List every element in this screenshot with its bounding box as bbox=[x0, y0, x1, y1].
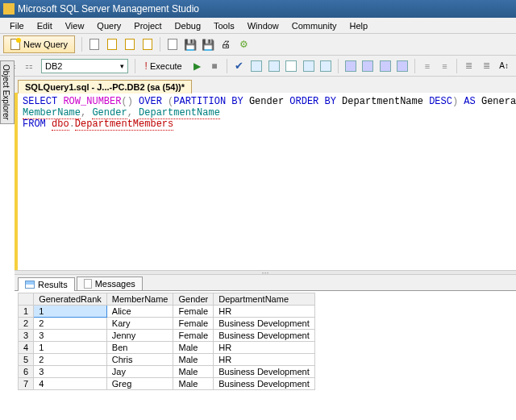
open-file-icon[interactable] bbox=[104, 36, 120, 52]
results-grid-icon[interactable] bbox=[301, 58, 317, 74]
list2-icon[interactable]: ≣ bbox=[479, 58, 495, 74]
menu-window[interactable]: Window bbox=[241, 19, 285, 32]
menu-community[interactable]: Community bbox=[285, 19, 343, 32]
parse-icon[interactable]: ✔ bbox=[231, 58, 248, 74]
object-explorer-label: Object Explorer bbox=[2, 64, 10, 120]
cell[interactable]: 4 bbox=[34, 378, 107, 390]
opt1-icon[interactable] bbox=[248, 58, 264, 74]
table-row[interactable]: 52ChrisMaleHR bbox=[19, 354, 315, 366]
opt4-icon[interactable] bbox=[395, 58, 411, 74]
open-project-icon[interactable] bbox=[122, 36, 138, 52]
save-alt-icon[interactable]: 💾 bbox=[200, 36, 216, 52]
menu-help[interactable]: Help bbox=[343, 19, 374, 32]
cell[interactable]: Male bbox=[173, 366, 214, 378]
col-departmentname[interactable]: DepartmentName bbox=[214, 293, 315, 306]
cell[interactable]: HR bbox=[214, 342, 315, 354]
cell[interactable]: HR bbox=[214, 306, 315, 318]
cell[interactable]: Female bbox=[173, 318, 214, 330]
kw-desc: DESC bbox=[429, 96, 452, 107]
cell[interactable]: Male bbox=[173, 354, 214, 366]
cell[interactable]: Business Development bbox=[214, 330, 315, 342]
cell[interactable]: HR bbox=[214, 354, 315, 366]
cell[interactable]: Chris bbox=[106, 354, 173, 366]
opt2-icon[interactable] bbox=[266, 58, 282, 74]
messages-tab[interactable]: Messages bbox=[77, 277, 143, 290]
cell[interactable]: 2 bbox=[34, 318, 107, 330]
debug-run-icon[interactable]: ▶ bbox=[189, 58, 206, 74]
cell[interactable]: Ben bbox=[106, 342, 173, 354]
results-grid[interactable]: GeneratedRank MemberName Gender Departme… bbox=[18, 293, 315, 390]
cell[interactable]: 1 bbox=[34, 306, 107, 318]
uncomment-icon[interactable] bbox=[360, 58, 377, 74]
new-file-icon[interactable] bbox=[86, 36, 102, 52]
table-row[interactable]: 63JayMaleBusiness Development bbox=[19, 366, 315, 378]
col-gender[interactable]: Gender bbox=[173, 293, 214, 306]
splitter-grip: ··· bbox=[261, 268, 268, 277]
table-row[interactable]: 22KaryFemaleBusiness Development bbox=[19, 318, 315, 330]
table-row[interactable]: 41BenMaleHR bbox=[19, 342, 315, 354]
results-file-icon[interactable] bbox=[318, 58, 334, 74]
cell[interactable]: 3 bbox=[34, 330, 107, 342]
cell[interactable]: Female bbox=[173, 330, 214, 342]
menu-edit[interactable]: Edit bbox=[31, 19, 59, 32]
menu-debug[interactable]: Debug bbox=[169, 19, 207, 32]
grid-header-row: GeneratedRank MemberName Gender Departme… bbox=[19, 293, 315, 306]
results-tab[interactable]: Results bbox=[18, 277, 75, 291]
menubar: File Edit View Query Project Debug Tools… bbox=[0, 18, 516, 34]
save-icon[interactable] bbox=[164, 36, 181, 52]
execute-button[interactable]: ! Execute bbox=[140, 59, 187, 73]
cell[interactable]: Business Development bbox=[214, 318, 315, 330]
open-folder-icon[interactable] bbox=[139, 36, 156, 52]
cell[interactable]: Alice bbox=[106, 306, 173, 318]
table-row[interactable]: 33JennyFemaleBusiness Development bbox=[19, 330, 315, 342]
menu-file[interactable]: File bbox=[3, 19, 31, 32]
list1-icon[interactable]: ≣ bbox=[461, 58, 477, 74]
results-text-icon[interactable] bbox=[283, 58, 299, 74]
cell[interactable]: Jenny bbox=[106, 330, 173, 342]
opt3-icon[interactable] bbox=[377, 58, 393, 74]
menu-tools[interactable]: Tools bbox=[207, 19, 241, 32]
txt-gender: Gender bbox=[243, 96, 290, 107]
new-query-label: New Query bbox=[23, 40, 68, 49]
cell[interactable]: Female bbox=[173, 306, 214, 318]
col-generatedrank[interactable]: GeneratedRank bbox=[34, 293, 107, 306]
stop-icon[interactable]: ■ bbox=[206, 58, 223, 74]
fn-rownumber: ROW_NUMBER bbox=[63, 96, 121, 107]
toolbar-sep6 bbox=[414, 59, 415, 73]
kw-from: FROM bbox=[23, 119, 52, 130]
document-tab[interactable]: SQLQuery1.sql - J...-PC.DB2 (sa (54))* bbox=[18, 80, 192, 94]
table-row[interactable]: 74GregMaleBusiness Development bbox=[19, 378, 315, 390]
menu-project[interactable]: Project bbox=[127, 19, 168, 32]
cell[interactable]: 3 bbox=[34, 366, 107, 378]
outdent-icon[interactable]: ≡ bbox=[419, 58, 435, 74]
toolbar-sep2 bbox=[160, 37, 160, 52]
save-all-icon[interactable]: 💾 bbox=[182, 36, 198, 52]
new-query-button[interactable]: New Query bbox=[3, 35, 75, 53]
cell[interactable]: Business Development bbox=[214, 366, 315, 378]
sql-editor[interactable]: SELECT ROW_NUMBER() OVER (PARTITION BY G… bbox=[15, 93, 516, 270]
database-combo[interactable]: DB2 ▾ bbox=[41, 59, 128, 73]
object-explorer-tab[interactable]: Object Explorer bbox=[0, 60, 15, 124]
cell[interactable]: Male bbox=[173, 342, 214, 354]
cell[interactable]: Business Development bbox=[214, 378, 315, 390]
cell[interactable]: 2 bbox=[34, 354, 107, 366]
activity-icon[interactable]: ⚙ bbox=[235, 36, 252, 52]
cell[interactable]: Kary bbox=[106, 318, 173, 330]
cell[interactable]: Jay bbox=[106, 366, 173, 378]
c3: , bbox=[127, 107, 139, 119]
change-connection-icon[interactable]: ⚏ bbox=[22, 58, 38, 74]
specify-values-icon[interactable]: A↕ bbox=[496, 58, 512, 74]
cell[interactable]: Greg bbox=[106, 378, 173, 390]
cell[interactable]: 1 bbox=[34, 342, 107, 354]
app-icon bbox=[3, 3, 15, 15]
print-icon[interactable]: 🖨 bbox=[218, 36, 234, 52]
comment-icon[interactable] bbox=[343, 58, 359, 74]
menu-query[interactable]: Query bbox=[90, 19, 127, 32]
table-row[interactable]: 11AliceFemaleHR bbox=[19, 306, 315, 318]
row-num: 6 bbox=[19, 366, 34, 378]
cell[interactable]: Male bbox=[173, 378, 214, 390]
menu-view[interactable]: View bbox=[59, 19, 91, 32]
indent-icon[interactable]: ≡ bbox=[437, 58, 453, 74]
results-tab-bar: Results Messages bbox=[15, 275, 516, 291]
col-membername[interactable]: MemberName bbox=[106, 293, 173, 306]
